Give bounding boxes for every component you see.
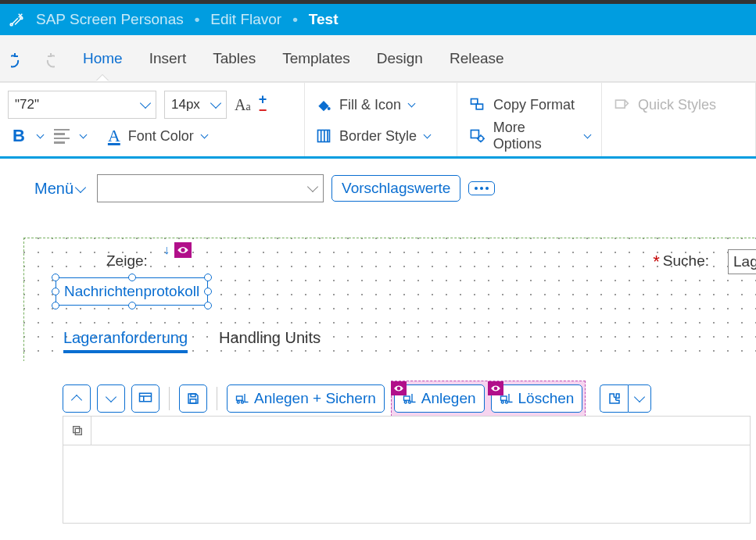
chevron-down-icon (584, 131, 592, 138)
resize-handle[interactable] (204, 288, 212, 295)
fill-icon-button[interactable]: Fill & Icon (313, 95, 417, 115)
puzzle-icon (607, 392, 622, 406)
inner-tab-lageranforderung[interactable]: Lageranforderung (63, 326, 188, 353)
font-grow-shrink[interactable]: +− (259, 94, 267, 116)
border-icon (316, 128, 331, 144)
svg-rect-17 (237, 396, 243, 400)
collapse-up-button[interactable] (63, 384, 91, 413)
chevron-up-icon (71, 395, 82, 406)
breadcrumb-flavor: Test (306, 11, 342, 28)
resize-handle[interactable] (52, 274, 59, 281)
forklift-icon (235, 392, 249, 405)
command-combobox[interactable] (97, 174, 324, 202)
save-icon (186, 392, 200, 406)
svg-rect-15 (191, 394, 195, 397)
design-surface[interactable]: Zeige: ↓ * Suche: Lage Nachrichtenprotok… (23, 238, 756, 488)
tab-tables[interactable]: Tables (210, 45, 259, 72)
svg-point-2 (328, 107, 331, 110)
layout-icon (138, 392, 152, 406)
tab-templates[interactable]: Templates (279, 45, 353, 72)
svg-rect-16 (190, 399, 196, 403)
show-label: Zeige: (106, 252, 148, 270)
paint-bucket-icon (316, 97, 331, 113)
tab-insert[interactable]: Insert (146, 45, 190, 72)
copy-icon (71, 424, 84, 437)
quick-styles-button: Quick Styles (610, 95, 719, 115)
ribbon: "72" 14px Aa +− B A Font Color (0, 82, 756, 159)
svg-rect-9 (471, 131, 478, 138)
toolbar-divider (169, 387, 170, 410)
selected-element-nachrichtenprotokoll[interactable]: Nachrichtenprotokoll (56, 277, 208, 306)
resize-handle[interactable] (128, 302, 136, 309)
arrow-down-icon: ↓ (163, 243, 170, 257)
chevron-down-icon[interactable] (36, 131, 44, 138)
svg-point-18 (237, 401, 239, 403)
svg-point-21 (404, 401, 407, 403)
svg-rect-27 (75, 428, 81, 435)
align-button[interactable] (51, 126, 73, 147)
required-asterisk: * (653, 257, 660, 266)
delete-button[interactable]: Löschen (491, 384, 583, 413)
redo-button[interactable] (36, 49, 55, 68)
tab-design[interactable]: Design (374, 45, 426, 72)
svg-rect-26 (73, 427, 79, 433)
save-button[interactable] (179, 384, 207, 413)
svg-rect-7 (471, 99, 478, 105)
chevron-down-icon (200, 131, 208, 138)
svg-rect-11 (616, 100, 625, 108)
table-select-all[interactable] (63, 417, 91, 445)
tools-icon (8, 11, 25, 28)
layout-button[interactable] (131, 384, 159, 413)
menu-dropdown[interactable]: Menü (30, 177, 89, 201)
bold-button[interactable]: B (8, 126, 30, 146)
more-options-button[interactable]: More Options (465, 118, 593, 154)
svg-rect-12 (140, 393, 152, 402)
resize-handle[interactable] (204, 302, 212, 309)
font-family-dropdown[interactable]: "72" (8, 91, 156, 119)
suggest-values-button[interactable]: Vorschlagswerte (331, 175, 460, 202)
copy-format-icon (468, 97, 485, 113)
tab-home[interactable]: Home (80, 45, 126, 72)
chevron-down-icon (140, 98, 151, 109)
resize-handle[interactable] (52, 302, 59, 309)
resize-handle[interactable] (52, 288, 59, 295)
svg-point-25 (505, 401, 507, 403)
inner-tab-handling-units[interactable]: Handling Units (219, 326, 321, 353)
tab-release[interactable]: Release (446, 45, 507, 72)
search-label: * Suche: (653, 252, 709, 270)
border-style-button[interactable]: Border Style (313, 127, 433, 146)
font-size-dropdown[interactable]: 14px (164, 91, 227, 119)
create-save-button[interactable]: Anlegen + Sichern (227, 384, 385, 413)
more-options-icon (468, 128, 485, 144)
chevron-down-icon (424, 131, 432, 138)
chevron-down-icon (307, 181, 318, 192)
breadcrumb-mode: Edit Flavor (207, 11, 285, 28)
search-input-partial[interactable]: Lage (728, 249, 756, 274)
font-color-button[interactable]: A Font Color (108, 126, 207, 146)
expand-down-button[interactable] (97, 384, 125, 413)
data-table[interactable] (63, 416, 751, 524)
resize-handle[interactable] (204, 274, 212, 281)
visibility-badge (174, 242, 192, 258)
svg-point-24 (501, 401, 503, 403)
main-tabs: Home Insert Tables Templates Design Rele… (0, 35, 756, 82)
create-button[interactable]: Anlegen (394, 384, 485, 413)
puzzle-dropdown[interactable] (628, 384, 651, 413)
chevron-down-icon (106, 392, 116, 402)
puzzle-button[interactable] (600, 384, 628, 413)
quick-styles-icon (613, 97, 630, 113)
breadcrumb-app: SAP Screen Personas (33, 11, 187, 28)
chevron-down-icon (210, 98, 221, 109)
toolbar-divider (217, 387, 217, 410)
chevron-down-icon (75, 181, 86, 192)
visibility-badge (488, 381, 503, 395)
highlighted-buttons-group: Anlegen Löschen (391, 381, 586, 417)
svg-point-0 (10, 23, 13, 26)
undo-button[interactable] (11, 49, 30, 68)
font-case-button[interactable]: Aa (235, 96, 251, 114)
more-menu-button[interactable] (468, 181, 495, 195)
chevron-down-icon[interactable] (79, 131, 87, 138)
copy-format-button[interactable]: Copy Format (465, 95, 578, 115)
visibility-badge (391, 381, 407, 395)
resize-handle[interactable] (128, 274, 136, 281)
